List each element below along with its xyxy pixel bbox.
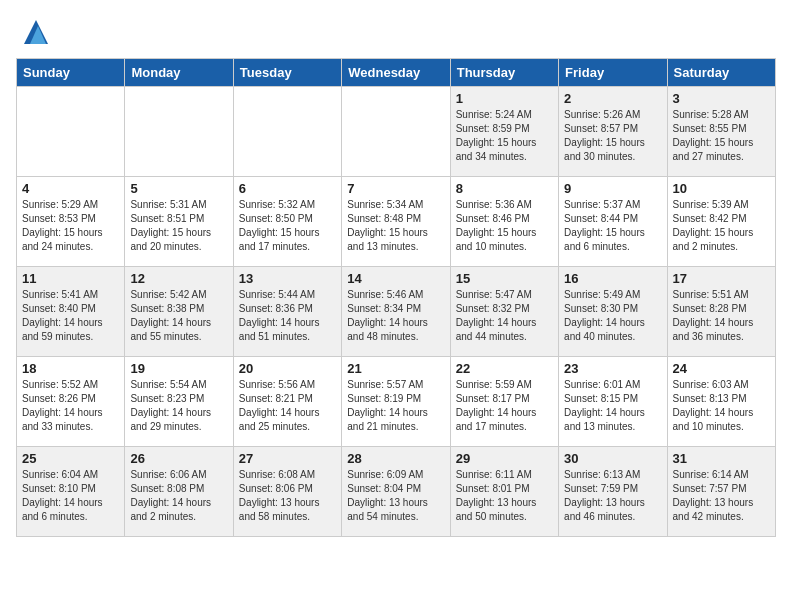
day-number: 21 xyxy=(347,361,444,376)
day-info: Sunrise: 5:49 AM Sunset: 8:30 PM Dayligh… xyxy=(564,288,661,344)
weekday-header-saturday: Saturday xyxy=(667,59,775,87)
day-number: 19 xyxy=(130,361,227,376)
weekday-header-wednesday: Wednesday xyxy=(342,59,450,87)
calendar-cell: 15Sunrise: 5:47 AM Sunset: 8:32 PM Dayli… xyxy=(450,267,558,357)
day-number: 16 xyxy=(564,271,661,286)
weekday-header-sunday: Sunday xyxy=(17,59,125,87)
calendar-cell: 17Sunrise: 5:51 AM Sunset: 8:28 PM Dayli… xyxy=(667,267,775,357)
day-number: 7 xyxy=(347,181,444,196)
day-number: 27 xyxy=(239,451,336,466)
day-info: Sunrise: 5:52 AM Sunset: 8:26 PM Dayligh… xyxy=(22,378,119,434)
day-number: 29 xyxy=(456,451,553,466)
weekday-header-thursday: Thursday xyxy=(450,59,558,87)
day-info: Sunrise: 6:04 AM Sunset: 8:10 PM Dayligh… xyxy=(22,468,119,524)
calendar-cell: 22Sunrise: 5:59 AM Sunset: 8:17 PM Dayli… xyxy=(450,357,558,447)
calendar-cell: 18Sunrise: 5:52 AM Sunset: 8:26 PM Dayli… xyxy=(17,357,125,447)
day-info: Sunrise: 6:13 AM Sunset: 7:59 PM Dayligh… xyxy=(564,468,661,524)
day-number: 11 xyxy=(22,271,119,286)
day-number: 2 xyxy=(564,91,661,106)
day-info: Sunrise: 5:39 AM Sunset: 8:42 PM Dayligh… xyxy=(673,198,770,254)
day-info: Sunrise: 6:01 AM Sunset: 8:15 PM Dayligh… xyxy=(564,378,661,434)
calendar-cell: 28Sunrise: 6:09 AM Sunset: 8:04 PM Dayli… xyxy=(342,447,450,537)
weekday-header-friday: Friday xyxy=(559,59,667,87)
calendar-cell: 29Sunrise: 6:11 AM Sunset: 8:01 PM Dayli… xyxy=(450,447,558,537)
day-number: 8 xyxy=(456,181,553,196)
calendar-cell: 24Sunrise: 6:03 AM Sunset: 8:13 PM Dayli… xyxy=(667,357,775,447)
calendar-cell: 26Sunrise: 6:06 AM Sunset: 8:08 PM Dayli… xyxy=(125,447,233,537)
day-info: Sunrise: 5:54 AM Sunset: 8:23 PM Dayligh… xyxy=(130,378,227,434)
weekday-header-monday: Monday xyxy=(125,59,233,87)
day-info: Sunrise: 6:09 AM Sunset: 8:04 PM Dayligh… xyxy=(347,468,444,524)
day-number: 14 xyxy=(347,271,444,286)
calendar-cell: 19Sunrise: 5:54 AM Sunset: 8:23 PM Dayli… xyxy=(125,357,233,447)
calendar-cell: 31Sunrise: 6:14 AM Sunset: 7:57 PM Dayli… xyxy=(667,447,775,537)
day-number: 26 xyxy=(130,451,227,466)
calendar-cell: 10Sunrise: 5:39 AM Sunset: 8:42 PM Dayli… xyxy=(667,177,775,267)
calendar-cell: 11Sunrise: 5:41 AM Sunset: 8:40 PM Dayli… xyxy=(17,267,125,357)
calendar-cell: 16Sunrise: 5:49 AM Sunset: 8:30 PM Dayli… xyxy=(559,267,667,357)
calendar-table: SundayMondayTuesdayWednesdayThursdayFrid… xyxy=(16,58,776,537)
day-number: 4 xyxy=(22,181,119,196)
day-info: Sunrise: 6:03 AM Sunset: 8:13 PM Dayligh… xyxy=(673,378,770,434)
calendar-cell: 9Sunrise: 5:37 AM Sunset: 8:44 PM Daylig… xyxy=(559,177,667,267)
day-info: Sunrise: 6:06 AM Sunset: 8:08 PM Dayligh… xyxy=(130,468,227,524)
day-info: Sunrise: 5:42 AM Sunset: 8:38 PM Dayligh… xyxy=(130,288,227,344)
calendar-cell xyxy=(233,87,341,177)
weekday-header-tuesday: Tuesday xyxy=(233,59,341,87)
day-number: 3 xyxy=(673,91,770,106)
day-number: 18 xyxy=(22,361,119,376)
day-number: 10 xyxy=(673,181,770,196)
day-number: 30 xyxy=(564,451,661,466)
header xyxy=(16,16,776,48)
day-info: Sunrise: 5:31 AM Sunset: 8:51 PM Dayligh… xyxy=(130,198,227,254)
day-number: 31 xyxy=(673,451,770,466)
day-info: Sunrise: 5:51 AM Sunset: 8:28 PM Dayligh… xyxy=(673,288,770,344)
day-info: Sunrise: 5:24 AM Sunset: 8:59 PM Dayligh… xyxy=(456,108,553,164)
day-info: Sunrise: 5:26 AM Sunset: 8:57 PM Dayligh… xyxy=(564,108,661,164)
day-number: 25 xyxy=(22,451,119,466)
week-row-1: 1Sunrise: 5:24 AM Sunset: 8:59 PM Daylig… xyxy=(17,87,776,177)
day-info: Sunrise: 6:08 AM Sunset: 8:06 PM Dayligh… xyxy=(239,468,336,524)
calendar-cell: 8Sunrise: 5:36 AM Sunset: 8:46 PM Daylig… xyxy=(450,177,558,267)
day-info: Sunrise: 5:32 AM Sunset: 8:50 PM Dayligh… xyxy=(239,198,336,254)
day-info: Sunrise: 5:41 AM Sunset: 8:40 PM Dayligh… xyxy=(22,288,119,344)
day-info: Sunrise: 6:14 AM Sunset: 7:57 PM Dayligh… xyxy=(673,468,770,524)
calendar-cell xyxy=(342,87,450,177)
day-number: 1 xyxy=(456,91,553,106)
logo xyxy=(16,16,56,48)
week-row-3: 11Sunrise: 5:41 AM Sunset: 8:40 PM Dayli… xyxy=(17,267,776,357)
day-number: 20 xyxy=(239,361,336,376)
calendar-cell: 4Sunrise: 5:29 AM Sunset: 8:53 PM Daylig… xyxy=(17,177,125,267)
day-info: Sunrise: 5:28 AM Sunset: 8:55 PM Dayligh… xyxy=(673,108,770,164)
calendar-cell: 13Sunrise: 5:44 AM Sunset: 8:36 PM Dayli… xyxy=(233,267,341,357)
day-number: 28 xyxy=(347,451,444,466)
day-number: 13 xyxy=(239,271,336,286)
day-number: 12 xyxy=(130,271,227,286)
day-number: 9 xyxy=(564,181,661,196)
calendar-cell: 21Sunrise: 5:57 AM Sunset: 8:19 PM Dayli… xyxy=(342,357,450,447)
calendar-cell xyxy=(125,87,233,177)
calendar-cell: 5Sunrise: 5:31 AM Sunset: 8:51 PM Daylig… xyxy=(125,177,233,267)
day-info: Sunrise: 5:47 AM Sunset: 8:32 PM Dayligh… xyxy=(456,288,553,344)
day-number: 6 xyxy=(239,181,336,196)
day-info: Sunrise: 5:57 AM Sunset: 8:19 PM Dayligh… xyxy=(347,378,444,434)
calendar-cell: 25Sunrise: 6:04 AM Sunset: 8:10 PM Dayli… xyxy=(17,447,125,537)
calendar-cell: 6Sunrise: 5:32 AM Sunset: 8:50 PM Daylig… xyxy=(233,177,341,267)
day-number: 24 xyxy=(673,361,770,376)
week-row-4: 18Sunrise: 5:52 AM Sunset: 8:26 PM Dayli… xyxy=(17,357,776,447)
day-info: Sunrise: 5:56 AM Sunset: 8:21 PM Dayligh… xyxy=(239,378,336,434)
week-row-2: 4Sunrise: 5:29 AM Sunset: 8:53 PM Daylig… xyxy=(17,177,776,267)
calendar-cell: 30Sunrise: 6:13 AM Sunset: 7:59 PM Dayli… xyxy=(559,447,667,537)
day-info: Sunrise: 5:37 AM Sunset: 8:44 PM Dayligh… xyxy=(564,198,661,254)
day-info: Sunrise: 5:36 AM Sunset: 8:46 PM Dayligh… xyxy=(456,198,553,254)
day-number: 15 xyxy=(456,271,553,286)
calendar-cell: 20Sunrise: 5:56 AM Sunset: 8:21 PM Dayli… xyxy=(233,357,341,447)
day-info: Sunrise: 5:59 AM Sunset: 8:17 PM Dayligh… xyxy=(456,378,553,434)
calendar-cell: 14Sunrise: 5:46 AM Sunset: 8:34 PM Dayli… xyxy=(342,267,450,357)
week-row-5: 25Sunrise: 6:04 AM Sunset: 8:10 PM Dayli… xyxy=(17,447,776,537)
day-number: 17 xyxy=(673,271,770,286)
day-info: Sunrise: 5:34 AM Sunset: 8:48 PM Dayligh… xyxy=(347,198,444,254)
calendar-cell: 23Sunrise: 6:01 AM Sunset: 8:15 PM Dayli… xyxy=(559,357,667,447)
calendar-cell: 27Sunrise: 6:08 AM Sunset: 8:06 PM Dayli… xyxy=(233,447,341,537)
calendar-cell: 12Sunrise: 5:42 AM Sunset: 8:38 PM Dayli… xyxy=(125,267,233,357)
